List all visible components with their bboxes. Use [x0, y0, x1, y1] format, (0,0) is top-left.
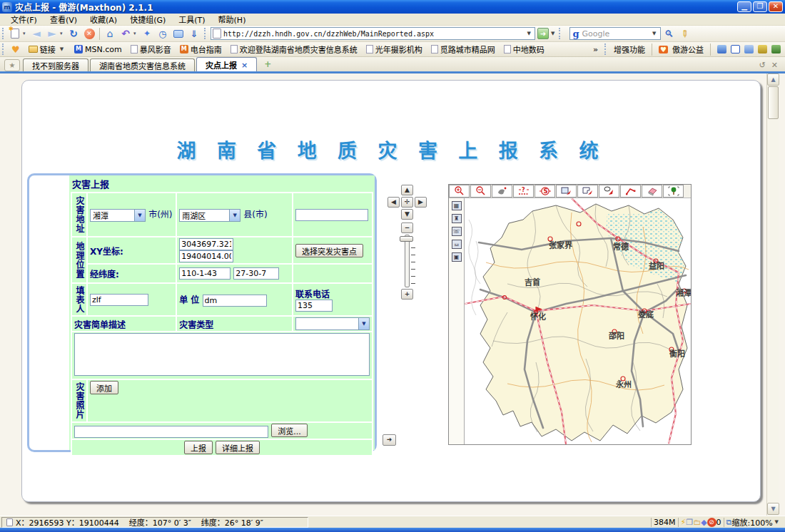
go-dropdown-icon[interactable]: ▼ — [549, 31, 557, 36]
go-button[interactable]: ➜ — [537, 28, 549, 39]
address-detail-input[interactable] — [295, 209, 368, 221]
home-button[interactable]: ⌂ — [102, 27, 118, 41]
minimize-button[interactable]: ▁ — [737, 1, 751, 12]
eraser-tool-button[interactable] — [642, 185, 662, 198]
magic-fill-button[interactable]: ✦ — [139, 27, 155, 41]
scroll-down-button[interactable]: ▼ — [767, 503, 779, 515]
vertical-scrollbar[interactable]: ▲ ▼ — [766, 73, 779, 516]
zoom-in-step-button[interactable]: + — [401, 289, 413, 300]
map-canvas[interactable]: 张家界常德益阳吉首怀化娄底湘潭邵阳衡阳永州 — [465, 198, 691, 444]
tab-hunan-geo-system[interactable]: 湖南省地质灾害信息系统 — [90, 58, 195, 72]
bookmark-hunan-geo[interactable]: 欢迎登陆湖南省地质灾害信息系统 — [226, 44, 362, 55]
disaster-type-select[interactable]: ▼ — [295, 317, 370, 330]
favorites-heart-button[interactable]: ♥ — [7, 44, 24, 55]
folder-icon[interactable]: 🗀 — [693, 518, 701, 527]
menu-item[interactable]: 文件(F) — [4, 13, 44, 26]
bookmark-milu-city[interactable]: 觅路城市精品网 — [427, 44, 500, 55]
phone-layer-icon[interactable]: ☏ — [452, 227, 462, 236]
draw-line-tool-button[interactable] — [620, 185, 641, 198]
bookmarks-overflow-button[interactable]: » — [593, 45, 598, 54]
layer-tree-tool-button[interactable] — [663, 185, 684, 198]
bookmark-photo-studio[interactable]: 光年摄影机构 — [362, 44, 427, 55]
close-button[interactable]: ✕ — [769, 1, 783, 12]
zoom-out-step-button[interactable]: − — [401, 222, 413, 233]
zoom-level[interactable]: 缩放:100% — [731, 516, 772, 528]
pan-down-button[interactable]: ▼ — [401, 209, 413, 220]
back-button[interactable]: ◄ — [29, 27, 44, 41]
plugin-diamond-icon[interactable]: ◆ — [701, 518, 706, 527]
refresh-button[interactable]: ↻ — [66, 27, 81, 41]
history-button[interactable]: ◷ — [155, 27, 171, 41]
adblock-icon[interactable]: ⊘ — [707, 518, 716, 527]
bookmark-msn[interactable]: MMSN.com — [70, 45, 126, 54]
download-button[interactable]: ⇓ — [186, 27, 202, 41]
unit-input[interactable] — [203, 295, 267, 307]
search-button[interactable]: 🔍︎ — [661, 27, 677, 41]
zoom-dropdown-icon[interactable]: ▼ — [773, 519, 781, 525]
panel-icon[interactable] — [731, 45, 740, 53]
search-placeholder[interactable]: Google — [582, 29, 650, 39]
forward-button[interactable]: ► — [44, 27, 60, 41]
zoom-slider-handle[interactable] — [400, 236, 413, 242]
highlight-button[interactable]: ✎ — [677, 27, 692, 41]
route-layer-icon[interactable]: ⚍ — [452, 240, 462, 249]
enhance-menu[interactable]: 增强功能 — [614, 44, 645, 55]
tab-server-not-found[interactable]: 找不到服务器 — [23, 58, 88, 72]
panel-expand-button[interactable]: ➜ — [383, 434, 396, 446]
undo-dropdown-icon[interactable]: ▾ — [133, 31, 139, 36]
pan-tool-button[interactable] — [492, 185, 512, 198]
links-folder-button[interactable]: 链接 ▼ — [24, 44, 70, 55]
menu-item[interactable]: 快捷组(G) — [123, 13, 172, 26]
menu-item[interactable]: 查看(V) — [44, 13, 83, 26]
tab-disaster-report[interactable]: 灾点上报 × — [196, 57, 257, 72]
new-tab-button[interactable]: + — [261, 59, 274, 71]
search-box[interactable]: g Google ▼ — [569, 27, 661, 40]
reporter-name-input[interactable] — [90, 294, 148, 306]
full-extent-tool-button[interactable]: S — [535, 185, 555, 198]
x-coordinate-input[interactable] — [179, 238, 233, 250]
proxy-icon[interactable] — [758, 45, 767, 53]
reopen-tab-icon[interactable]: ↺ — [759, 61, 766, 70]
detail-submit-button[interactable]: 详细上报 — [216, 441, 260, 454]
zoom-in-tool-button[interactable] — [449, 185, 470, 198]
menu-item[interactable]: 收藏(A) — [83, 13, 123, 26]
address-bar[interactable]: http://dzzh.hndh.gov.cn/dzzhWeb/MainRepo… — [211, 27, 535, 40]
county-select[interactable]: 雨湖区 ▼ — [179, 209, 240, 222]
close-tab-icon[interactable]: ✕ — [771, 61, 778, 70]
plugin-icon[interactable] — [744, 45, 754, 53]
new-page-dropdown-icon[interactable]: ▾ — [23, 31, 29, 36]
building-layer-icon[interactable]: ♜ — [452, 214, 462, 223]
pan-up-button[interactable]: ▲ — [401, 185, 413, 195]
search-engine-dropdown-icon[interactable]: ▼ — [650, 31, 658, 36]
tab-list-star-button[interactable]: ★ — [4, 59, 20, 71]
pan-left-button[interactable]: ◀ — [388, 197, 400, 208]
y-coordinate-input[interactable] — [179, 250, 233, 262]
url-text[interactable]: http://dzzh.hndh.gov.cn/dzzhWeb/MainRepo… — [223, 30, 525, 38]
description-textarea[interactable] — [74, 333, 370, 376]
deselect-rect-tool-button[interactable] — [577, 185, 598, 198]
menu-item[interactable]: 工具(T) — [172, 13, 211, 26]
pan-right-button[interactable]: ▶ — [415, 197, 427, 208]
phone-input[interactable] — [295, 300, 333, 312]
select-rect-tool-button[interactable] — [556, 185, 577, 198]
bookmark-radio-guide[interactable]: M电台指南 — [176, 44, 226, 55]
scrollbar-thumb[interactable] — [768, 86, 779, 119]
zoom-out-tool-button[interactable] — [470, 185, 491, 198]
pan-center-button[interactable]: ✛ — [401, 197, 413, 208]
menu-item[interactable]: 帮助(H) — [212, 13, 253, 26]
pages-icon[interactable]: ❐ — [686, 518, 693, 527]
restore-button[interactable]: ❐ — [753, 1, 767, 12]
submit-button[interactable]: 上报 — [184, 441, 213, 454]
zoom-slider-track[interactable] — [405, 235, 410, 287]
latitude-input[interactable] — [233, 267, 279, 280]
security-icon[interactable] — [771, 45, 781, 53]
stop-button[interactable]: ✕ — [81, 27, 97, 41]
measure-tool-button[interactable]: ? — [513, 185, 534, 198]
new-page-button[interactable] — [7, 27, 23, 41]
mail-layer-icon[interactable]: ▣ — [452, 252, 462, 262]
tab-close-icon[interactable]: × — [241, 61, 248, 70]
undo-button[interactable]: ↶ — [118, 27, 133, 41]
screen-capture-button[interactable] — [171, 27, 186, 41]
browse-button[interactable]: 浏览... — [271, 424, 308, 437]
longitude-input[interactable] — [179, 267, 231, 280]
